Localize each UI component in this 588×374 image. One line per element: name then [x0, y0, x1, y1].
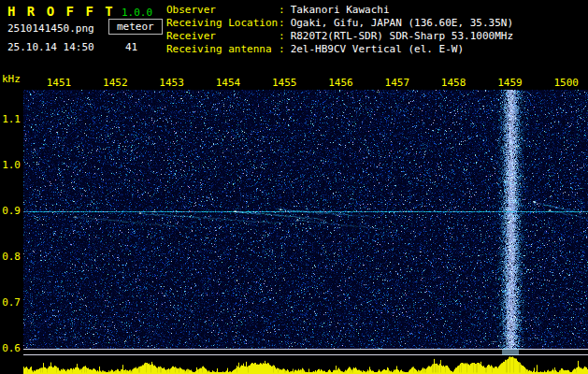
time-tick-label: 1457 [385, 77, 410, 89]
app-version: 1.0.0 [122, 7, 152, 19]
header-info-value: 2el-HB9CV Vertical (el. E-W) [291, 43, 464, 55]
freq-tick-label: 0.9 [0, 206, 21, 217]
freq-tick-label: 0.6 [0, 343, 21, 354]
header-info-row: Receiving antenna:2el-HB9CV Vertical (el… [166, 43, 513, 56]
freq-axis: 1.11.00.90.80.70.6 [0, 0, 22, 374]
header-info-value: Ogaki, Gifu, JAPAN (136.60E, 35.35N) [291, 17, 513, 29]
header-info-row: Observer:Takanori Kawachi [166, 4, 513, 17]
time-tick-label: 1459 [497, 77, 523, 89]
header-info-label: Receiver [166, 30, 279, 43]
header-info-value: Takanori Kawachi [291, 4, 390, 16]
header-info-value: R820T2(RTL-SDR) SDR-Sharp 53.1000MHz [291, 30, 513, 42]
header-info-colon: : [279, 30, 285, 42]
level-strip-canvas [23, 355, 588, 374]
header-info-colon: : [279, 4, 285, 16]
time-tick-label: 1453 [159, 77, 184, 89]
freq-tick-label: 0.7 [0, 297, 21, 309]
time-axis: 1451145214531454145514561457145814591500 [0, 77, 588, 89]
header-info-colon: : [279, 17, 285, 29]
time-tick-label: 1455 [272, 77, 297, 89]
header-info-row: Receiver:R820T2(RTL-SDR) SDR-Sharp 53.10… [166, 30, 513, 43]
mode-badge: meteor [108, 19, 163, 35]
freq-tick-label: 0.8 [0, 252, 21, 263]
time-tick-label: 1452 [103, 77, 128, 89]
time-tick-label: 1500 [553, 77, 579, 89]
interference-band-glow [502, 349, 519, 355]
header-info-label: Receiving Location [166, 17, 279, 30]
hrofft-window: H R O F F T 1.0.0 2510141450.png meteor … [0, 0, 588, 374]
spectrogram-canvas [23, 90, 588, 349]
header-info-label: Receiving antenna [166, 43, 279, 56]
time-tick-label: 1456 [328, 77, 353, 89]
time-tick-label: 1458 [441, 77, 466, 89]
header-info-row: Receiving Location:Ogaki, Gifu, JAPAN (1… [166, 17, 513, 30]
time-tick-label: 1454 [216, 77, 241, 89]
header-info: Observer:Takanori KawachiReceiving Locat… [166, 4, 513, 56]
echo-count: 41 [125, 41, 137, 53]
header-info-label: Observer [166, 4, 279, 17]
app-title: H R O F F T [7, 4, 115, 19]
freq-tick-label: 1.1 [0, 114, 21, 125]
freq-tick-label: 1.0 [0, 160, 21, 171]
header-info-colon: : [279, 43, 285, 55]
time-tick-label: 1451 [47, 77, 72, 89]
